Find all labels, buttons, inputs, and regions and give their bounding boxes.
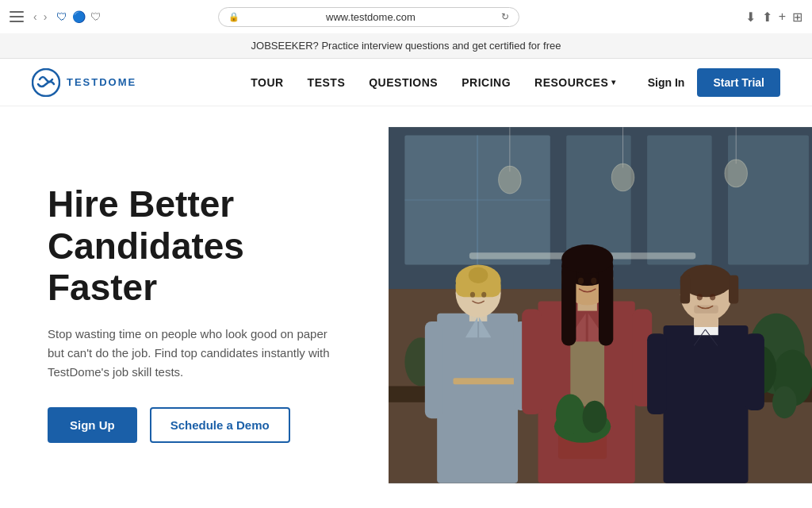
privacy-icon: 🔵 — [72, 10, 86, 23]
main-nav: TESTDOME TOUR TESTS QUESTIONS PRICING RE… — [0, 59, 812, 106]
svg-rect-60 — [745, 333, 764, 410]
hero-heading: Hire Better Candidates Faster — [48, 183, 357, 310]
svg-point-13 — [611, 164, 634, 191]
svg-point-30 — [469, 267, 488, 283]
nav-auth: Sign In Start Trial — [648, 68, 780, 97]
nav-tests[interactable]: TESTS — [308, 76, 346, 89]
nav-resources[interactable]: RESOURCES ▾ — [534, 76, 616, 89]
svg-rect-54 — [680, 275, 690, 304]
nav-pricing[interactable]: PRICING — [462, 76, 511, 89]
sidebar-toggle-btn[interactable] — [10, 11, 24, 22]
svg-point-64 — [583, 401, 607, 433]
svg-rect-6 — [728, 135, 809, 264]
hero-heading-line2: Candidates Faster — [48, 225, 244, 309]
svg-point-56 — [697, 294, 703, 300]
nav-questions[interactable]: QUESTIONS — [369, 76, 438, 89]
nav-tour[interactable]: TOUR — [251, 76, 283, 89]
grid-btn[interactable]: ⊞ — [792, 10, 802, 25]
hero-left: Hire Better Candidates Faster Stop wasti… — [0, 106, 389, 504]
logo-text: TESTDOME — [67, 76, 136, 88]
tracker-icon: 🛡 — [90, 10, 102, 23]
hero-heading-line1: Hire Better — [48, 183, 234, 225]
svg-rect-5 — [647, 135, 712, 264]
chevron-down-icon: ▾ — [611, 78, 616, 87]
hero-cta: Sign Up Schedule a Demo — [48, 407, 357, 443]
lock-icon: 🔒 — [228, 12, 239, 22]
svg-rect-42 — [599, 265, 613, 346]
svg-rect-41 — [561, 265, 576, 346]
hero-subtext: Stop wasting time on people who look goo… — [48, 325, 333, 382]
hero-section: Hire Better Candidates Faster Stop wasti… — [0, 106, 812, 504]
forward-btn[interactable]: › — [42, 10, 49, 23]
svg-rect-25 — [437, 314, 518, 483]
svg-point-44 — [578, 278, 584, 284]
svg-point-63 — [556, 394, 585, 435]
shield-icon: 🛡 — [56, 10, 67, 23]
svg-rect-46 — [522, 310, 541, 414]
refresh-btn[interactable]: ↻ — [501, 11, 509, 22]
new-tab-btn[interactable]: + — [779, 10, 786, 24]
logo-icon — [32, 68, 60, 97]
svg-rect-48 — [663, 325, 748, 483]
svg-point-15 — [725, 160, 748, 187]
svg-rect-34 — [425, 321, 442, 418]
resources-label: RESOURCES — [534, 76, 608, 89]
logo[interactable]: TESTDOME — [32, 68, 136, 97]
download-btn[interactable]: ⬇ — [745, 10, 756, 25]
svg-rect-58 — [694, 306, 718, 314]
hero-right — [389, 106, 812, 504]
svg-point-43 — [561, 244, 613, 274]
svg-rect-59 — [647, 333, 666, 414]
svg-point-11 — [499, 166, 522, 194]
nav-links: TOUR TESTS QUESTIONS PRICING RESOURCES ▾ — [251, 76, 616, 89]
svg-rect-4 — [566, 135, 631, 264]
url-text: www.testdome.com — [244, 11, 496, 23]
share-btn[interactable]: ⬆ — [762, 10, 772, 25]
schedule-demo-button[interactable]: Schedule a Demo — [150, 407, 290, 443]
svg-point-57 — [710, 294, 715, 300]
back-btn[interactable]: ‹ — [32, 10, 39, 23]
svg-point-0 — [33, 69, 59, 96]
svg-point-31 — [470, 292, 475, 298]
svg-point-45 — [591, 278, 596, 284]
hero-image — [389, 106, 812, 504]
svg-point-23 — [772, 386, 797, 418]
announcement-text: JOBSEEKER? Practice interview questions … — [251, 40, 561, 52]
announcement-bar: JOBSEEKER? Practice interview questions … — [0, 33, 812, 59]
sign-in-button[interactable]: Sign In — [648, 76, 685, 89]
start-trial-button[interactable]: Start Trial — [697, 68, 780, 97]
svg-rect-33 — [454, 378, 519, 384]
svg-point-32 — [481, 292, 486, 298]
signup-button[interactable]: Sign Up — [48, 407, 137, 443]
address-bar[interactable]: 🔒 www.testdome.com ↻ — [218, 7, 519, 27]
svg-rect-55 — [729, 275, 738, 304]
browser-chrome: ‹ › 🛡 🔵 🛡 🔒 www.testdome.com ↻ ⬇ ⬆ + ⊞ — [0, 0, 812, 33]
